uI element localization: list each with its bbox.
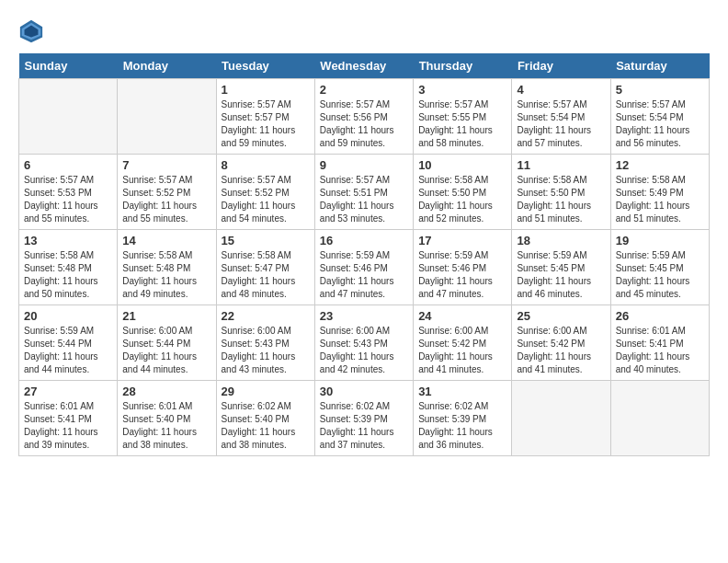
day-number: 30 xyxy=(320,385,408,398)
day-number: 17 xyxy=(418,234,506,247)
calendar-cell: 25Sunrise: 6:00 AM Sunset: 5:42 PM Dayli… xyxy=(512,305,610,381)
day-detail: Sunrise: 6:02 AM Sunset: 5:39 PM Dayligh… xyxy=(320,400,408,452)
calendar-cell: 29Sunrise: 6:02 AM Sunset: 5:40 PM Dayli… xyxy=(216,381,314,456)
day-detail: Sunrise: 5:57 AM Sunset: 5:52 PM Dayligh… xyxy=(122,174,210,225)
day-number: 19 xyxy=(616,234,704,247)
calendar-cell: 8Sunrise: 5:57 AM Sunset: 5:52 PM Daylig… xyxy=(216,155,314,230)
calendar-cell: 27Sunrise: 6:01 AM Sunset: 5:41 PM Dayli… xyxy=(19,381,118,456)
week-row-5: 27Sunrise: 6:01 AM Sunset: 5:41 PM Dayli… xyxy=(19,381,710,456)
day-number: 16 xyxy=(320,234,408,247)
day-detail: Sunrise: 5:59 AM Sunset: 5:45 PM Dayligh… xyxy=(616,249,704,301)
column-header-friday: Friday xyxy=(512,53,610,79)
day-detail: Sunrise: 6:01 AM Sunset: 5:41 PM Dayligh… xyxy=(24,400,112,452)
week-row-3: 13Sunrise: 5:58 AM Sunset: 5:48 PM Dayli… xyxy=(19,230,710,305)
day-detail: Sunrise: 5:57 AM Sunset: 5:54 PM Dayligh… xyxy=(616,98,704,150)
day-detail: Sunrise: 6:00 AM Sunset: 5:44 PM Dayligh… xyxy=(122,325,210,376)
day-detail: Sunrise: 5:58 AM Sunset: 5:48 PM Dayligh… xyxy=(24,249,112,301)
calendar-cell: 26Sunrise: 6:01 AM Sunset: 5:41 PM Dayli… xyxy=(610,305,709,381)
day-detail: Sunrise: 6:00 AM Sunset: 5:43 PM Dayligh… xyxy=(222,325,310,376)
day-number: 22 xyxy=(222,309,310,323)
day-detail: Sunrise: 6:01 AM Sunset: 5:41 PM Dayligh… xyxy=(616,325,704,376)
calendar-cell: 1Sunrise: 5:57 AM Sunset: 5:57 PM Daylig… xyxy=(216,79,314,155)
logo xyxy=(18,18,48,44)
day-number: 3 xyxy=(418,83,506,97)
column-header-thursday: Thursday xyxy=(414,53,512,79)
day-detail: Sunrise: 5:57 AM Sunset: 5:52 PM Dayligh… xyxy=(222,174,310,225)
calendar-cell: 4Sunrise: 5:57 AM Sunset: 5:54 PM Daylig… xyxy=(512,79,610,155)
day-number: 8 xyxy=(222,158,310,172)
day-detail: Sunrise: 5:57 AM Sunset: 5:53 PM Dayligh… xyxy=(24,174,112,225)
calendar-cell: 23Sunrise: 6:00 AM Sunset: 5:43 PM Dayli… xyxy=(314,305,413,381)
day-number: 24 xyxy=(418,309,506,323)
calendar-cell: 10Sunrise: 5:58 AM Sunset: 5:50 PM Dayli… xyxy=(414,155,512,230)
calendar-cell xyxy=(512,381,610,456)
calendar-cell: 24Sunrise: 6:00 AM Sunset: 5:42 PM Dayli… xyxy=(414,305,512,381)
day-number: 2 xyxy=(320,83,408,97)
calendar-cell: 9Sunrise: 5:57 AM Sunset: 5:51 PM Daylig… xyxy=(314,155,413,230)
calendar-cell: 12Sunrise: 5:58 AM Sunset: 5:49 PM Dayli… xyxy=(610,155,709,230)
day-detail: Sunrise: 6:01 AM Sunset: 5:40 PM Dayligh… xyxy=(122,400,210,452)
day-detail: Sunrise: 6:02 AM Sunset: 5:39 PM Dayligh… xyxy=(418,400,506,452)
column-header-sunday: Sunday xyxy=(19,53,118,79)
day-number: 27 xyxy=(24,385,112,398)
day-number: 15 xyxy=(222,234,310,247)
day-number: 21 xyxy=(122,309,210,323)
day-detail: Sunrise: 5:58 AM Sunset: 5:47 PM Dayligh… xyxy=(222,249,310,301)
day-number: 9 xyxy=(320,158,408,172)
day-number: 14 xyxy=(122,234,210,247)
calendar-cell: 15Sunrise: 5:58 AM Sunset: 5:47 PM Dayli… xyxy=(216,230,314,305)
day-number: 31 xyxy=(418,385,506,398)
calendar-table: SundayMondayTuesdayWednesdayThursdayFrid… xyxy=(18,53,710,456)
calendar-cell xyxy=(19,79,118,155)
day-detail: Sunrise: 5:58 AM Sunset: 5:49 PM Dayligh… xyxy=(616,174,704,225)
day-detail: Sunrise: 5:59 AM Sunset: 5:46 PM Dayligh… xyxy=(320,249,408,301)
calendar-cell: 22Sunrise: 6:00 AM Sunset: 5:43 PM Dayli… xyxy=(216,305,314,381)
day-detail: Sunrise: 5:59 AM Sunset: 5:45 PM Dayligh… xyxy=(517,249,605,301)
calendar-cell: 3Sunrise: 5:57 AM Sunset: 5:55 PM Daylig… xyxy=(414,79,512,155)
day-number: 20 xyxy=(24,309,112,323)
day-detail: Sunrise: 5:58 AM Sunset: 5:48 PM Dayligh… xyxy=(122,249,210,301)
day-detail: Sunrise: 6:00 AM Sunset: 5:43 PM Dayligh… xyxy=(320,325,408,376)
day-number: 6 xyxy=(24,158,112,172)
day-detail: Sunrise: 5:58 AM Sunset: 5:50 PM Dayligh… xyxy=(418,174,506,225)
day-detail: Sunrise: 5:59 AM Sunset: 5:44 PM Dayligh… xyxy=(24,325,112,376)
column-header-monday: Monday xyxy=(118,53,216,79)
calendar-cell: 18Sunrise: 5:59 AM Sunset: 5:45 PM Dayli… xyxy=(512,230,610,305)
day-detail: Sunrise: 5:57 AM Sunset: 5:55 PM Dayligh… xyxy=(418,98,506,150)
column-header-saturday: Saturday xyxy=(610,53,709,79)
day-detail: Sunrise: 6:00 AM Sunset: 5:42 PM Dayligh… xyxy=(517,325,605,376)
calendar-cell: 28Sunrise: 6:01 AM Sunset: 5:40 PM Dayli… xyxy=(118,381,216,456)
day-detail: Sunrise: 5:59 AM Sunset: 5:46 PM Dayligh… xyxy=(418,249,506,301)
calendar-cell xyxy=(118,79,216,155)
column-header-tuesday: Tuesday xyxy=(216,53,314,79)
day-detail: Sunrise: 5:58 AM Sunset: 5:50 PM Dayligh… xyxy=(517,174,605,225)
day-number: 11 xyxy=(517,158,605,172)
page-header xyxy=(18,18,710,44)
day-number: 18 xyxy=(517,234,605,247)
day-number: 23 xyxy=(320,309,408,323)
calendar-cell: 6Sunrise: 5:57 AM Sunset: 5:53 PM Daylig… xyxy=(19,155,118,230)
week-row-1: 1Sunrise: 5:57 AM Sunset: 5:57 PM Daylig… xyxy=(19,79,710,155)
calendar-cell: 16Sunrise: 5:59 AM Sunset: 5:46 PM Dayli… xyxy=(314,230,413,305)
day-number: 12 xyxy=(616,158,704,172)
day-number: 28 xyxy=(122,385,210,398)
calendar-cell: 2Sunrise: 5:57 AM Sunset: 5:56 PM Daylig… xyxy=(314,79,413,155)
day-detail: Sunrise: 6:00 AM Sunset: 5:42 PM Dayligh… xyxy=(418,325,506,376)
day-detail: Sunrise: 5:57 AM Sunset: 5:51 PM Dayligh… xyxy=(320,174,408,225)
calendar-cell: 21Sunrise: 6:00 AM Sunset: 5:44 PM Dayli… xyxy=(118,305,216,381)
column-header-wednesday: Wednesday xyxy=(314,53,413,79)
day-number: 13 xyxy=(24,234,112,247)
day-detail: Sunrise: 6:02 AM Sunset: 5:40 PM Dayligh… xyxy=(222,400,310,452)
calendar-cell: 19Sunrise: 5:59 AM Sunset: 5:45 PM Dayli… xyxy=(610,230,709,305)
day-detail: Sunrise: 5:57 AM Sunset: 5:54 PM Dayligh… xyxy=(517,98,605,150)
week-row-4: 20Sunrise: 5:59 AM Sunset: 5:44 PM Dayli… xyxy=(19,305,710,381)
day-number: 5 xyxy=(616,83,704,97)
logo-icon xyxy=(18,18,44,44)
calendar-cell: 14Sunrise: 5:58 AM Sunset: 5:48 PM Dayli… xyxy=(118,230,216,305)
week-row-2: 6Sunrise: 5:57 AM Sunset: 5:53 PM Daylig… xyxy=(19,155,710,230)
calendar-cell: 7Sunrise: 5:57 AM Sunset: 5:52 PM Daylig… xyxy=(118,155,216,230)
day-number: 1 xyxy=(222,83,310,97)
day-number: 29 xyxy=(222,385,310,398)
calendar-cell: 31Sunrise: 6:02 AM Sunset: 5:39 PM Dayli… xyxy=(414,381,512,456)
day-detail: Sunrise: 5:57 AM Sunset: 5:56 PM Dayligh… xyxy=(320,98,408,150)
